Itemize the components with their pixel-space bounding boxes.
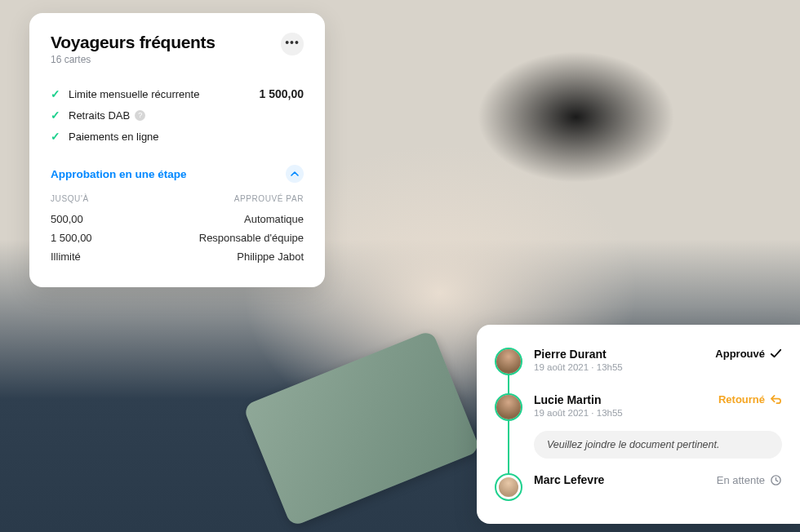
feature-label: Retraits DAB: [69, 109, 130, 122]
limit-value: Illimité: [51, 250, 81, 263]
panel-subtitle: 16 cartes: [51, 54, 216, 65]
chevron-up-icon: [286, 165, 304, 183]
status-label: Approuvé: [715, 348, 765, 360]
features-list: ✓ Limite mensuelle récurrente 1 500,00 ✓…: [51, 83, 304, 147]
approval-toggle-label: Approbation en une étape: [51, 168, 187, 180]
table-row: 1 500,00 Responsable d'équipe: [51, 228, 304, 247]
status-returned: Retourné: [718, 393, 782, 406]
approver-value: Automatique: [244, 213, 304, 225]
approver-value: Responsable d'équipe: [199, 232, 304, 244]
check-icon: ✓: [51, 130, 60, 143]
table-row: 500,00 Automatique: [51, 210, 304, 228]
check-icon: [770, 348, 782, 360]
limit-value: 1 500,00: [51, 232, 92, 244]
help-icon[interactable]: ?: [135, 110, 145, 121]
approval-table-header: Jusqu'à Approuvé par: [51, 194, 304, 203]
comment-text: Veuillez joindre le document pertinent.: [547, 439, 719, 450]
person-name: Lucie Martin: [534, 393, 710, 406]
timeline-item: Pierre Durant 19 août 2021 · 13h55 Appro…: [495, 348, 782, 393]
clock-icon: [770, 474, 782, 486]
ellipsis-icon: •••: [285, 37, 300, 48]
feature-label: Limite mensuelle récurrente: [69, 88, 199, 100]
card-group-panel: Voyageurs fréquents 16 cartes ••• ✓ Limi…: [29, 13, 325, 287]
feature-value: 1 500,00: [260, 87, 304, 100]
timestamp: 19 août 2021 · 13h55: [534, 408, 710, 418]
check-icon: ✓: [51, 109, 60, 122]
approval-table-body: 500,00 Automatique 1 500,00 Responsable …: [51, 210, 304, 266]
avatar: [495, 393, 522, 421]
status-approved: Approuvé: [715, 348, 782, 360]
limit-value: 500,00: [51, 213, 83, 225]
return-icon: [770, 393, 782, 406]
person-name: Pierre Durant: [534, 348, 707, 361]
status-pending: En attente: [717, 474, 782, 486]
panel-title: Voyageurs fréquents: [51, 33, 216, 52]
feature-item: ✓ Paiements en ligne: [51, 126, 304, 147]
table-row: Illimité Philippe Jabot: [51, 247, 304, 266]
col-limit: Jusqu'à: [51, 194, 89, 203]
approval-toggle[interactable]: Approbation en une étape: [51, 165, 304, 183]
timeline-item: Marc Lefevre En attente: [495, 473, 782, 501]
timeline-item: Lucie Martin 19 août 2021 · 13h55 Retour…: [495, 393, 782, 439]
credit-card-visual: [242, 330, 481, 527]
feature-item: ✓ Limite mensuelle récurrente 1 500,00: [51, 83, 304, 104]
avatar: [495, 348, 522, 375]
avatar: [495, 473, 522, 501]
approval-timeline-panel: Pierre Durant 19 août 2021 · 13h55 Appro…: [477, 325, 800, 524]
col-approver: Approuvé par: [234, 194, 304, 203]
status-label: En attente: [717, 474, 765, 486]
check-icon: ✓: [51, 87, 60, 100]
feature-item: ✓ Retraits DAB ?: [51, 104, 304, 126]
timestamp: 19 août 2021 · 13h55: [534, 362, 707, 372]
approver-value: Philippe Jabot: [237, 250, 304, 263]
status-label: Retourné: [718, 393, 765, 406]
timeline: Pierre Durant 19 août 2021 · 13h55 Appro…: [495, 348, 782, 501]
feature-label: Paiements en ligne: [69, 131, 159, 143]
more-menu-button[interactable]: •••: [281, 33, 304, 55]
person-name: Marc Lefevre: [534, 473, 709, 486]
